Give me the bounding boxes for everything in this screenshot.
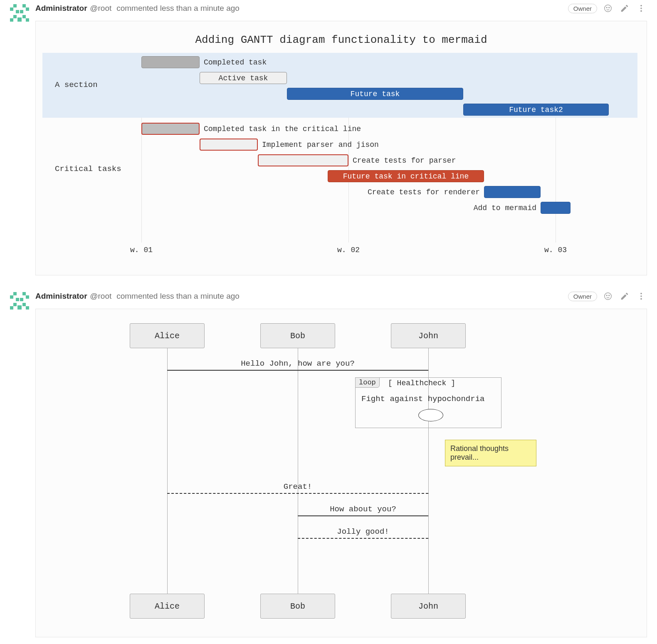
actor-box: Bob bbox=[260, 594, 335, 619]
axis-tick: w. 03 bbox=[544, 246, 567, 254]
self-message-icon bbox=[418, 409, 443, 421]
owner-badge: Owner bbox=[568, 292, 597, 301]
message-line bbox=[298, 515, 428, 516]
svg-point-32 bbox=[640, 295, 642, 297]
note-header: Administrator @root commented less than … bbox=[35, 0, 647, 17]
svg-rect-20 bbox=[22, 292, 26, 295]
svg-rect-2 bbox=[13, 4, 17, 7]
edit-icon[interactable] bbox=[619, 2, 630, 14]
task-bar bbox=[541, 202, 571, 214]
loop-body: Fight against hypochondria bbox=[361, 394, 484, 404]
gantt-title: Adding GANTT diagram functionality to me… bbox=[42, 31, 640, 53]
note-header: Administrator @root commented less than … bbox=[35, 288, 647, 305]
avatar-column bbox=[0, 288, 35, 637]
svg-point-15 bbox=[640, 7, 642, 9]
actor-box: Bob bbox=[260, 323, 335, 348]
note-time: commented less than a minute ago bbox=[114, 292, 240, 301]
message-line bbox=[298, 538, 428, 539]
svg-point-11 bbox=[605, 5, 612, 12]
author-name[interactable]: Administrator bbox=[35, 4, 87, 13]
identicon-avatar bbox=[10, 291, 29, 310]
svg-point-12 bbox=[606, 7, 607, 8]
author-handle[interactable]: @root bbox=[90, 4, 111, 13]
owner-badge: Owner bbox=[568, 4, 597, 13]
message-label: Great! bbox=[284, 482, 312, 491]
svg-rect-22 bbox=[20, 298, 23, 301]
task-label: Implement parser and jison bbox=[262, 139, 379, 151]
svg-rect-4 bbox=[16, 10, 19, 13]
emoji-icon[interactable] bbox=[602, 2, 614, 14]
message-line bbox=[167, 493, 428, 494]
svg-rect-21 bbox=[16, 298, 19, 301]
actor-box: Alice bbox=[130, 323, 205, 348]
actor-box: John bbox=[391, 323, 466, 348]
task-label: Add to mermaid bbox=[474, 202, 536, 214]
svg-rect-17 bbox=[10, 295, 13, 299]
task-label: Create tests for renderer bbox=[368, 186, 480, 198]
task-bar bbox=[200, 139, 258, 151]
sequence-diagram: Alice Bob John Hello John, how are you? … bbox=[35, 309, 647, 637]
svg-rect-5 bbox=[20, 10, 23, 13]
svg-rect-7 bbox=[22, 15, 26, 18]
message-label: How about you? bbox=[330, 505, 396, 514]
svg-rect-0 bbox=[10, 7, 13, 11]
svg-rect-10 bbox=[17, 17, 22, 22]
task-label: Completed task in the critical line bbox=[204, 123, 361, 135]
edit-icon[interactable] bbox=[619, 290, 630, 302]
kebab-icon[interactable] bbox=[635, 2, 647, 14]
svg-point-33 bbox=[640, 298, 642, 300]
lifeline bbox=[167, 348, 168, 594]
author-handle[interactable]: @root bbox=[90, 292, 111, 301]
author-name[interactable]: Administrator bbox=[35, 292, 87, 301]
svg-point-13 bbox=[609, 7, 610, 8]
svg-rect-3 bbox=[22, 4, 26, 7]
actor-box: Alice bbox=[130, 594, 205, 619]
svg-rect-9 bbox=[26, 18, 29, 22]
note-time: commented less than a minute ago bbox=[114, 4, 240, 13]
svg-rect-1 bbox=[26, 7, 29, 11]
svg-point-29 bbox=[606, 295, 607, 296]
axis-tick: w. 01 bbox=[130, 246, 153, 254]
task-bar bbox=[141, 56, 200, 68]
axis-tick: w. 02 bbox=[337, 246, 360, 254]
task-bar: Active task bbox=[200, 72, 287, 84]
task-bar: Future task in critical line bbox=[328, 170, 484, 182]
svg-point-28 bbox=[605, 293, 612, 300]
task-label: Completed task bbox=[204, 56, 267, 68]
task-bar bbox=[258, 154, 348, 166]
task-bar: Future task bbox=[287, 88, 463, 100]
svg-rect-24 bbox=[22, 303, 26, 306]
sequence-note: Rational thoughts prevail... bbox=[445, 440, 536, 466]
note-gantt: Administrator @root commented less than … bbox=[0, 0, 657, 288]
identicon-avatar bbox=[10, 3, 29, 22]
svg-rect-8 bbox=[10, 18, 13, 22]
task-bar bbox=[141, 123, 200, 135]
loop-condition: [ Healthcheck ] bbox=[388, 379, 455, 387]
svg-point-31 bbox=[640, 293, 642, 295]
svg-rect-27 bbox=[17, 305, 22, 310]
emoji-icon[interactable] bbox=[602, 290, 614, 302]
loop-tag: loop bbox=[355, 377, 380, 388]
message-line bbox=[167, 370, 428, 371]
svg-point-14 bbox=[640, 5, 642, 7]
message-label: Hello John, how are you? bbox=[241, 359, 355, 368]
svg-rect-23 bbox=[13, 303, 17, 306]
lifeline bbox=[298, 348, 298, 594]
task-label: Create tests for parser bbox=[353, 154, 456, 166]
note-sequence: Administrator @root commented less than … bbox=[0, 288, 657, 644]
svg-point-16 bbox=[640, 10, 642, 12]
actor-box: John bbox=[391, 594, 466, 619]
svg-point-30 bbox=[609, 295, 610, 296]
svg-rect-26 bbox=[26, 306, 29, 310]
task-bar bbox=[484, 186, 541, 198]
svg-rect-6 bbox=[13, 15, 17, 18]
kebab-icon[interactable] bbox=[635, 290, 647, 302]
avatar-column bbox=[0, 0, 35, 275]
gantt-diagram: Adding GANTT diagram functionality to me… bbox=[35, 21, 647, 275]
task-bar: Future task2 bbox=[463, 104, 609, 116]
message-label: Jolly good! bbox=[337, 527, 389, 536]
svg-rect-18 bbox=[26, 295, 29, 299]
svg-rect-19 bbox=[13, 292, 17, 295]
svg-rect-25 bbox=[10, 306, 13, 310]
